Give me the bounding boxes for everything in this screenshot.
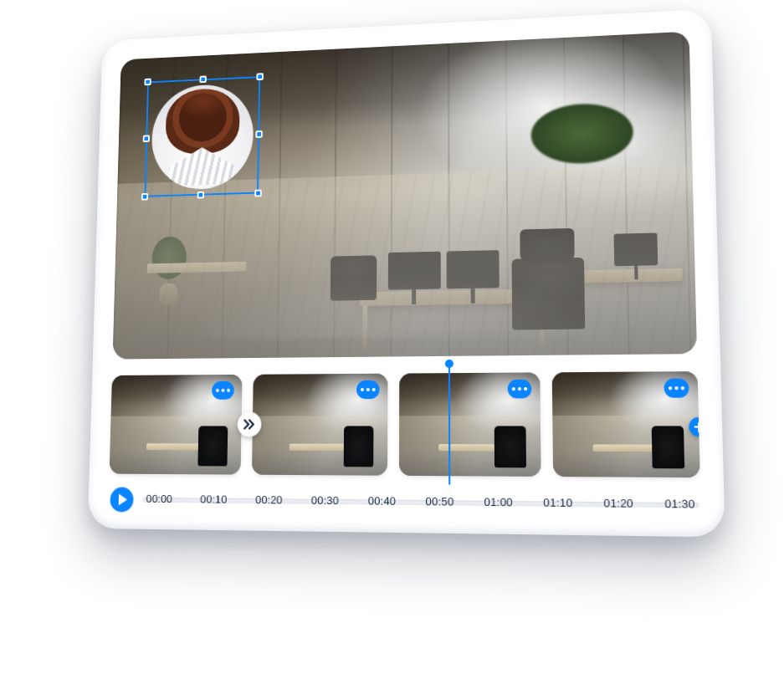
clip-scene-chair (343, 426, 373, 467)
scene-monitor (614, 233, 658, 267)
more-horizontal-icon (669, 386, 672, 390)
resize-handle-bm[interactable] (197, 191, 204, 199)
more-horizontal-icon (524, 387, 527, 391)
avatar-image[interactable] (151, 83, 254, 191)
time-label: 00:10 (197, 493, 230, 506)
resize-handle-br[interactable] (254, 190, 262, 197)
editor-panel: 00:00 00:10 00:20 00:30 00:40 00:50 01:0… (88, 9, 725, 538)
clip-menu-button[interactable] (212, 381, 234, 400)
play-button[interactable] (110, 487, 134, 512)
time-label: 00:50 (422, 495, 457, 508)
more-horizontal-icon (372, 388, 376, 391)
time-label: 01:10 (540, 496, 576, 509)
more-horizontal-icon (674, 386, 678, 390)
scene-plant (147, 236, 192, 292)
storyboard-clip[interactable] (251, 374, 387, 476)
clip-scene-chair (651, 426, 684, 469)
more-horizontal-icon (681, 386, 684, 390)
chevrons-right-icon (243, 418, 255, 430)
scene-floor-shine (135, 243, 658, 340)
time-track[interactable]: 00:00 00:10 00:20 00:30 00:40 00:50 01:0… (142, 488, 699, 519)
clip-scene-chair (198, 426, 228, 467)
scene-desk (147, 262, 246, 273)
time-label: 00:20 (252, 493, 286, 507)
more-horizontal-icon (221, 389, 224, 392)
resize-handle-tl[interactable] (144, 79, 151, 86)
resize-handle-bl[interactable] (141, 193, 148, 201)
more-horizontal-icon (366, 388, 370, 391)
timeline-bar: 00:00 00:10 00:20 00:30 00:40 00:50 01:0… (108, 485, 701, 518)
time-label: 00:00 (143, 493, 177, 505)
playhead[interactable] (448, 361, 450, 485)
clip-menu-button[interactable] (507, 380, 531, 399)
scene-monitor (388, 251, 441, 290)
more-horizontal-icon (511, 387, 515, 391)
resize-handle-tm[interactable] (199, 75, 206, 83)
more-horizontal-icon (361, 388, 364, 391)
more-horizontal-icon (215, 389, 218, 392)
storyboard-row (110, 371, 700, 477)
clip-scene-chair (494, 426, 526, 468)
time-label: 01:00 (480, 495, 516, 508)
storyboard-clip[interactable] (399, 372, 541, 477)
clip-menu-button[interactable] (356, 380, 380, 399)
scene-greenery (522, 96, 643, 170)
time-labels: 00:00 00:10 00:20 00:30 00:40 00:50 01:0… (143, 493, 699, 511)
scene-chair (511, 258, 585, 329)
scene-monitor (446, 250, 500, 289)
time-label: 00:30 (308, 494, 342, 508)
storyboard-clip[interactable] (110, 375, 242, 475)
storyboard-clip[interactable] (551, 371, 700, 477)
avatar-selection-box[interactable] (145, 76, 261, 197)
time-label: 01:20 (600, 497, 638, 510)
time-label: 00:40 (365, 494, 400, 508)
video-preview[interactable] (113, 32, 698, 360)
resize-handle-tr[interactable] (256, 73, 263, 80)
clip-menu-button[interactable] (664, 379, 689, 398)
scene-chair (331, 256, 377, 301)
resize-handle-mr[interactable] (255, 130, 263, 138)
time-label: 01:30 (661, 497, 699, 511)
resize-handle-ml[interactable] (143, 135, 150, 142)
scene-desk (359, 288, 548, 306)
scene-desk (524, 268, 683, 284)
more-horizontal-icon (517, 387, 520, 391)
more-horizontal-icon (227, 389, 230, 392)
